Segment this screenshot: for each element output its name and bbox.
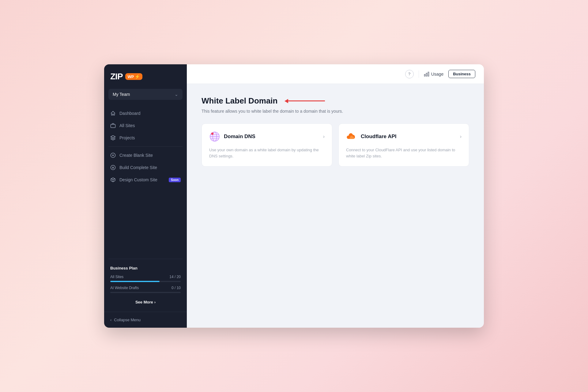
page-subtitle: This feature allows you to white label t…: [202, 109, 469, 114]
cards-row: Domain DNS › Use your own domain as a wh…: [202, 123, 469, 167]
logo-lightning-icon: ⚡: [135, 74, 140, 79]
app-container: ZIP WP ⚡ My Team ⌄ Dashboard: [104, 64, 484, 328]
drafts-progress-bar-bg: [110, 292, 181, 293]
drafts-usage-label: AI Website Drafts: [110, 286, 139, 290]
domain-dns-card-desc: Use your own domain as a white label dom…: [209, 147, 325, 159]
team-name: My Team: [113, 92, 130, 97]
plan-divider: [108, 259, 183, 259]
rocket-icon: [110, 165, 116, 170]
svg-marker-1: [111, 136, 115, 138]
page-title-row: White Label Domain: [202, 96, 469, 106]
help-button[interactable]: ?: [405, 70, 414, 78]
sites-progress-bar-fill: [110, 281, 160, 282]
domain-dns-icon: [209, 131, 220, 142]
cloudflare-api-chevron-icon: ›: [460, 134, 462, 139]
cloudflare-icon: [346, 131, 357, 142]
svg-rect-5: [426, 73, 427, 76]
domain-dns-chevron-icon: ›: [323, 134, 325, 139]
logo-badge: WP ⚡: [125, 73, 142, 80]
sidebar-nav: Dashboard All Sites: [104, 105, 187, 256]
svg-rect-4: [428, 72, 429, 76]
arrow-head-icon: [285, 99, 288, 103]
sidebar-logo: ZIP WP ⚡: [104, 64, 187, 89]
layers-icon: [110, 135, 116, 141]
domain-dns-card-title: Domain DNS: [224, 134, 255, 140]
svg-rect-0: [111, 124, 115, 128]
see-more-arrow-icon: ›: [154, 300, 156, 304]
home-icon: [110, 111, 116, 116]
drafts-usage-header: AI Website Drafts 0 / 10: [110, 286, 181, 290]
see-more-label: See More: [135, 300, 153, 304]
svg-rect-6: [424, 74, 425, 76]
usage-button[interactable]: Usage: [424, 71, 443, 77]
sidebar-item-dashboard[interactable]: Dashboard: [104, 107, 187, 119]
domain-dns-card[interactable]: Domain DNS › Use your own domain as a wh…: [202, 123, 332, 167]
cloudflare-api-title-row: Cloudflare API: [346, 131, 397, 142]
soon-badge: Soon: [169, 178, 181, 182]
cloudflare-api-card-header: Cloudflare API ›: [346, 131, 462, 142]
sidebar-item-build-complete[interactable]: Build Complete Site: [104, 161, 187, 174]
nav-divider: [108, 146, 183, 147]
domain-dns-card-header: Domain DNS ›: [209, 131, 325, 142]
drafts-usage-row: AI Website Drafts 0 / 10: [110, 286, 181, 293]
arrow-line: [288, 100, 325, 101]
briefcase-icon: [110, 123, 116, 128]
collapse-menu-button[interactable]: ‹ Collapse Menu: [104, 312, 187, 328]
sidebar-item-create-blank[interactable]: Create Blank Site: [104, 149, 187, 161]
cube-icon: [110, 177, 116, 183]
sidebar-item-projects[interactable]: Projects: [104, 132, 187, 144]
drafts-usage-count: 0 / 10: [172, 286, 181, 290]
usage-label: Usage: [431, 72, 443, 77]
cloudflare-api-card[interactable]: Cloudflare API › Connect to your CloudFl…: [338, 123, 469, 167]
sidebar-item-dashboard-label: Dashboard: [119, 111, 181, 116]
help-icon: ?: [408, 72, 410, 76]
domain-dns-title-row: Domain DNS: [209, 131, 255, 142]
svg-point-12: [211, 133, 214, 135]
business-plan-section: Business Plan All Sites 14 / 20 AI Websi…: [104, 262, 187, 312]
cloudflare-api-card-title: Cloudflare API: [361, 134, 397, 140]
see-more-button[interactable]: See More ›: [110, 297, 181, 307]
collapse-arrow-icon: ‹: [110, 318, 111, 322]
sidebar-item-all-sites[interactable]: All Sites: [104, 119, 187, 132]
logo-wp-text: WP: [128, 74, 134, 79]
sidebar-item-projects-label: Projects: [119, 135, 181, 140]
sidebar: ZIP WP ⚡ My Team ⌄ Dashboard: [104, 64, 187, 328]
sidebar-item-build-complete-label: Build Complete Site: [119, 165, 181, 170]
sites-progress-bar-bg: [110, 281, 181, 282]
sites-usage-count: 14 / 20: [169, 275, 181, 279]
arrow-annotation: [285, 99, 325, 103]
page-title: White Label Domain: [202, 96, 277, 106]
sites-usage-header: All Sites 14 / 20: [110, 275, 181, 279]
cloudflare-api-card-desc: Connect to your CloudFlare API and use y…: [346, 147, 462, 159]
sites-usage-label: All Sites: [110, 275, 123, 279]
topbar-divider: [419, 70, 419, 78]
logo-zip-text: ZIP: [110, 72, 123, 81]
main-content: ? Usage Business White Label Domain: [187, 64, 484, 328]
team-chevron-icon: ⌄: [175, 92, 178, 97]
plan-title: Business Plan: [110, 266, 181, 270]
sidebar-item-all-sites-label: All Sites: [119, 123, 181, 128]
top-bar: ? Usage Business: [187, 64, 484, 84]
page-body: White Label Domain This feature allows y…: [187, 84, 484, 328]
bar-chart-icon: [424, 71, 429, 77]
team-selector[interactable]: My Team ⌄: [108, 89, 183, 100]
wordpress-icon: [110, 153, 116, 158]
collapse-menu-label: Collapse Menu: [114, 318, 141, 322]
sidebar-item-create-blank-label: Create Blank Site: [119, 153, 181, 158]
plan-button[interactable]: Business: [448, 70, 475, 78]
sidebar-item-design-custom[interactable]: Design Custom Site Soon: [104, 174, 187, 186]
plan-label: Business: [453, 72, 471, 76]
sites-usage-row: All Sites 14 / 20: [110, 275, 181, 282]
sidebar-item-design-custom-label: Design Custom Site: [119, 177, 165, 182]
